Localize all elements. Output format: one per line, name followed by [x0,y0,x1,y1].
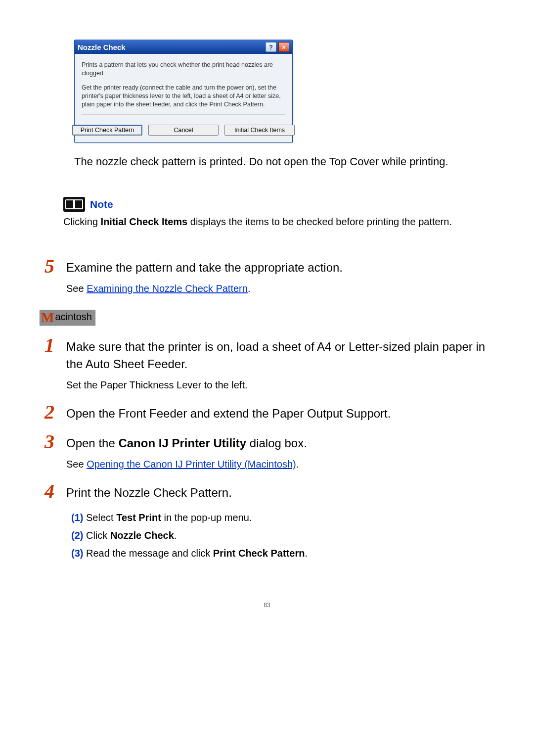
mac-step-1-sub: Set the Paper Thickness Lever to the lef… [66,378,494,392]
dialog-msg-2: Get the printer ready (connect the cable… [82,84,285,109]
mac-step-2: 2 Open the Front Feeder and extend the P… [44,402,494,423]
mac-step-4: 4 Print the Nozzle Check Pattern. [44,481,494,502]
dialog-button-row: Print Check Pattern Cancel Initial Check… [75,125,292,142]
step-text: Open the Front Feeder and extend the Pap… [66,402,494,423]
open-utility-link[interactable]: Opening the Canon IJ Printer Utility (Ma… [87,459,296,470]
page-number: 83 [40,602,494,609]
note-text: Clicking Initial Check Items displays th… [63,215,494,229]
print-check-pattern-button[interactable]: Print Check Pattern [72,125,142,136]
step-text: Make sure that the printer is on, load a… [66,335,494,373]
step-5-see: See Examining the Nozzle Check Pattern. [66,282,494,296]
dialog-body: Prints a pattern that lets you check whe… [75,54,292,125]
note-heading-text: Note [90,198,113,210]
initial-check-items-button[interactable]: Initial Check Items [224,125,295,136]
separator [82,114,285,115]
mac-step-1: 1 Make sure that the printer is on, load… [44,335,494,373]
help-button[interactable]: ? [266,42,276,52]
list-item: (1) Select Test Print in the pop-up menu… [71,509,494,526]
list-item: (3) Read the message and click Print Che… [71,544,494,562]
window-controls: ? × [266,42,289,52]
dialog-titlebar[interactable]: Nozzle Check ? × [75,40,292,54]
macintosh-badge: Macintosh [40,310,95,326]
step-number: 2 [44,402,59,422]
cancel-button[interactable]: Cancel [148,125,219,136]
step-5: 5 Examine the pattern and take the appro… [44,256,494,277]
close-button[interactable]: × [278,42,289,52]
step-text: Open the Canon IJ Printer Utility dialog… [66,432,494,452]
step-number: 5 [44,256,59,276]
step-text: Examine the pattern and take the appropr… [66,256,494,277]
step-text: Print the Nozzle Check Pattern. [66,481,494,502]
examining-nozzle-link[interactable]: Examining the Nozzle Check Pattern [87,283,248,294]
step-number: 1 [44,335,59,355]
mac-step-3-see: See Opening the Canon IJ Printer Utility… [66,457,494,472]
list-item: (2) Click Nozzle Check. [71,526,494,544]
note-block: Note Clicking Initial Check Items displa… [63,197,494,229]
step-number: 3 [44,432,59,452]
note-icon [63,197,85,212]
dialog-title: Nozzle Check [78,43,126,51]
mac-step-3: 3 Open the Canon IJ Printer Utility dial… [44,432,494,452]
dialog-msg-1: Prints a pattern that lets you check whe… [82,61,285,78]
after-dialog-text: The nozzle check pattern is printed. Do … [74,154,494,170]
mac-step-4-list: (1) Select Test Print in the pop-up menu… [71,509,494,562]
note-header: Note [63,197,494,212]
nozzle-check-dialog: Nozzle Check ? × Prints a pattern that l… [74,40,293,143]
step-number: 4 [44,481,59,501]
